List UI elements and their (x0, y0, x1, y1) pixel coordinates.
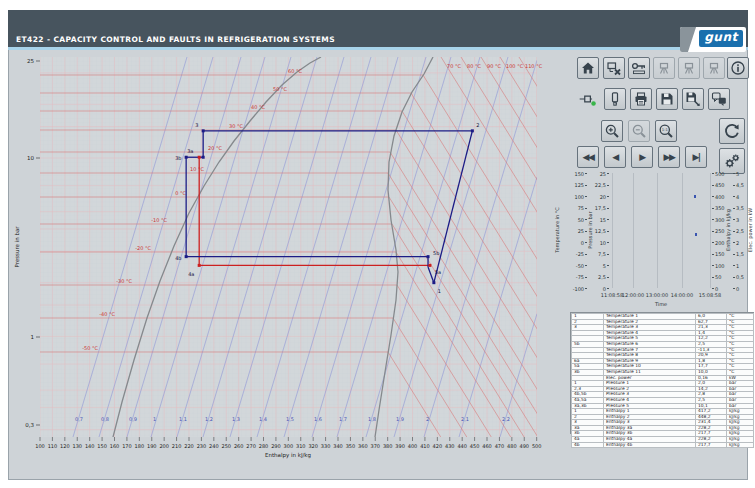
save-icon (659, 91, 675, 107)
pressure-tickmark (607, 231, 609, 232)
time-gridline (633, 173, 634, 288)
enthalpy-tickmark (712, 208, 714, 209)
elec-power-tickmark (733, 242, 735, 243)
home-button[interactable] (577, 57, 599, 79)
zoom-in-button[interactable] (601, 120, 623, 142)
svg-text:220: 220 (184, 443, 194, 449)
temperature-tick: 0 (560, 240, 584, 246)
isotherm-label: 80 °C (467, 63, 481, 69)
data-mark (695, 233, 697, 236)
media-forward-button[interactable]: ▶▶ (658, 146, 680, 168)
cycle-point-marker (198, 264, 201, 267)
experiment-a-icon (656, 60, 672, 76)
media-back-button[interactable]: ◀ (604, 146, 626, 168)
elec-power-tickmark (733, 208, 735, 209)
process-schematic-button[interactable] (603, 57, 625, 79)
experiment-c-button (703, 57, 725, 79)
pressure-tickmark (607, 173, 609, 174)
isotherm-label: 90 °C (487, 63, 501, 69)
key-password-button[interactable] (628, 57, 650, 79)
experiment-b-icon (681, 60, 697, 76)
pressure-tickmark (607, 196, 609, 197)
pressure-tickmark (607, 288, 609, 289)
cycle-point-label: 3a (187, 148, 193, 154)
logo-wordmark: gunt (699, 30, 743, 47)
zoom-one-to-one-button[interactable]: 1:1 (655, 120, 677, 142)
enthalpy-tickmark (712, 254, 714, 255)
cycle-point-marker (185, 156, 188, 159)
isentrope-label: 2 (426, 416, 429, 422)
svg-text:370: 370 (370, 443, 380, 449)
svg-text:280: 280 (259, 443, 269, 449)
refresh-button[interactable] (719, 118, 745, 144)
svg-text:210: 210 (172, 443, 182, 449)
media-end-button[interactable]: ▶| (685, 146, 707, 168)
time-tick: 13:00:00 (644, 292, 670, 298)
data-mark (694, 195, 696, 198)
pressure-tickmark (607, 277, 609, 278)
info-button[interactable] (727, 57, 749, 79)
cycle-point-marker (428, 264, 431, 267)
svg-text:230: 230 (197, 443, 207, 449)
value-cell: 217,7 (696, 442, 727, 448)
save-button[interactable] (656, 88, 678, 110)
pressure-tick: 5 (582, 263, 606, 269)
usb-stick-button[interactable] (604, 88, 626, 110)
svg-text:380: 380 (383, 443, 393, 449)
elec-power-axis-title: Elec. power in kW (747, 175, 753, 285)
enthalpy-tickmark (712, 196, 714, 197)
unit-cell: kJ/kg (727, 442, 754, 448)
isentrope-label: 1,3 (232, 416, 240, 422)
temperature-tick: -75 (560, 274, 584, 280)
pressure-tick: 0 (582, 286, 606, 292)
svg-text:400: 400 (408, 443, 418, 449)
ph-y-axis-title: Pressure in bar (14, 226, 20, 268)
media-rewind-button[interactable]: ◀◀ (577, 146, 599, 168)
elec-power-tickmark (733, 288, 735, 289)
cycle-point-marker (471, 129, 474, 132)
title-bar: ET422 - CAPACITY CONTROL AND FAULTS IN R… (8, 10, 748, 47)
process-schematic-icon (606, 60, 622, 76)
svg-text:480: 480 (507, 443, 517, 449)
media-play-button[interactable]: ▶ (631, 146, 653, 168)
usb-plug-connected-indicator (575, 88, 599, 110)
save-as-icon (685, 91, 701, 107)
enthalpy-axis-title: Enthalpy in kJ/kg (725, 175, 731, 285)
pressure-tick: 7,5 (582, 251, 606, 257)
enthalpy-tickmark (712, 173, 714, 174)
time-gridline (682, 173, 683, 288)
key-password-icon (631, 60, 647, 76)
svg-text:120: 120 (60, 443, 70, 449)
time-gridline (657, 173, 658, 288)
media-play-icon: ▶ (639, 152, 644, 162)
usb-plug-connected-icon (578, 90, 596, 108)
time-tick: 14:00:00 (669, 292, 695, 298)
ph-diagram: 60 °C50 °C40 °C30 °C20 °C10 °C0 °C-10 °C… (8, 50, 558, 470)
cycle-point-marker (432, 281, 435, 284)
cycle-point-label: 5b (433, 250, 439, 256)
svg-text:270: 270 (246, 443, 256, 449)
svg-text:25: 25 (27, 58, 34, 64)
elec-power-tickmark (733, 265, 735, 266)
elec-power-tickmark (733, 185, 735, 186)
table-row: 4bEnthalpy 4b217,7kJ/kg (572, 442, 754, 448)
isentrope-label: 1,8 (368, 416, 376, 422)
isentrope-label: 1,1 (179, 416, 187, 422)
temperature-tick: -50 (560, 263, 584, 269)
pressure-tick: 12,5 (582, 228, 606, 234)
isentrope-label: 1,7 (339, 416, 347, 422)
elec-power-tickmark (733, 173, 735, 174)
enthalpy-tickmark (712, 242, 714, 243)
svg-text:1: 1 (31, 334, 35, 340)
svg-text:350: 350 (346, 443, 356, 449)
isotherm-label: -40 °C (99, 311, 115, 317)
save-as-button[interactable] (682, 88, 704, 110)
isentrope-label: 2,1 (461, 416, 469, 422)
svg-text:330: 330 (321, 443, 331, 449)
elec-power-tickmark (733, 277, 735, 278)
svg-text:500: 500 (532, 443, 542, 449)
svg-text:420: 420 (433, 443, 443, 449)
language-button[interactable] (708, 88, 730, 110)
printer-button[interactable] (630, 88, 652, 110)
pressure-axis-title: Pressure in bar (587, 175, 593, 285)
